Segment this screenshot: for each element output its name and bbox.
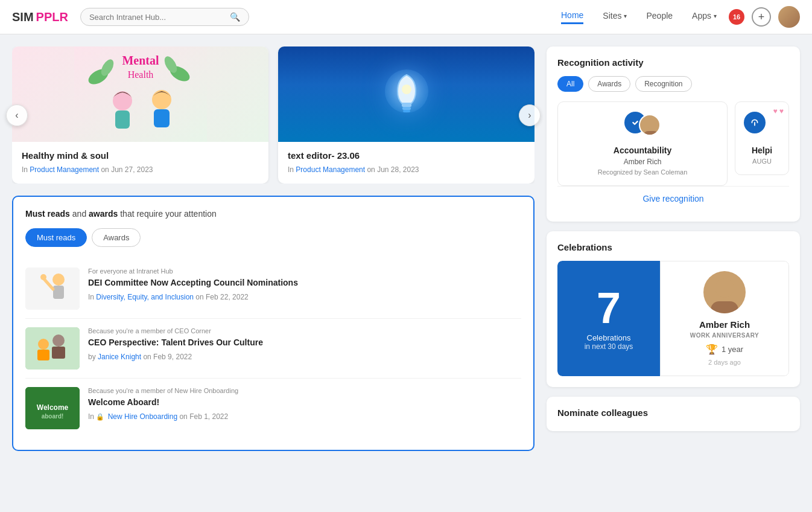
carousel-card-1-category[interactable]: Product Management — [30, 165, 99, 174]
recog-person-name-1: Amber Rich — [624, 158, 662, 166]
recog-card-wrapper-1: Accountability Amber Rich Recognized by … — [557, 101, 728, 186]
search-icon: 🔍 — [230, 12, 240, 22]
recognition-filters: All Awards Recognition — [557, 76, 789, 92]
nav-link-people[interactable]: People — [646, 11, 673, 23]
dei-thumbnail — [25, 267, 80, 310]
carousel-image-2 — [278, 46, 534, 142]
svg-rect-34 — [711, 301, 738, 313]
svg-rect-12 — [402, 103, 411, 107]
must-read-context-2: Because you're a member of CEO Corner — [88, 327, 521, 334]
recog-award-name-1: Accountability — [614, 146, 671, 155]
search-bar: 🔍 — [80, 8, 249, 26]
must-read-context-link-2[interactable]: CEO Corner — [174, 327, 211, 334]
must-read-context-link-3[interactable]: New Hire Onboarding — [174, 387, 238, 394]
recognition-title: Recognition activity — [557, 57, 789, 68]
carousel-prev-button[interactable]: ‹ — [6, 104, 28, 126]
welcome-thumbnail: Welcome aboard! — [25, 387, 80, 429]
celebration-avatar — [703, 271, 746, 313]
recog-filter-all[interactable]: All — [557, 76, 583, 92]
svg-point-30 — [646, 119, 656, 129]
celebration-name: Amber Rich — [699, 319, 750, 330]
recog-filter-recognition[interactable]: Recognition — [635, 76, 691, 92]
svg-text:Mental: Mental — [122, 54, 159, 67]
svg-point-20 — [40, 274, 46, 280]
svg-text:Health: Health — [127, 69, 153, 80]
search-input[interactable] — [89, 13, 225, 22]
must-reads-card: Must reads and awards that require your … — [12, 196, 534, 451]
recognition-panel: Recognition activity All Awards Recognit… — [547, 46, 800, 222]
carousel-card-2-body: text editor- 23.06 In Product Management… — [278, 142, 534, 184]
recog-avatars-1 — [624, 112, 661, 139]
celebration-years: 🏆 1 year — [706, 344, 743, 355]
celebration-person-card: Amber Rich Work Anniversary 🏆 1 year 2 d… — [660, 261, 789, 376]
carousel-card-2: text editor- 23.06 In Product Management… — [278, 46, 534, 184]
celebrations-sub: in next 30 days — [585, 342, 633, 351]
celebrations-label: Celebrations — [587, 333, 631, 342]
svg-point-22 — [52, 334, 65, 347]
svg-rect-31 — [644, 131, 658, 136]
give-recognition-link[interactable]: Give recognition — [557, 186, 789, 211]
celebrations-number: 7 — [597, 286, 621, 330]
logo-pplr: PPLR — [36, 10, 68, 24]
svg-text:Welcome: Welcome — [37, 403, 69, 412]
must-read-content-2: Because you're a member of CEO Corner CE… — [88, 327, 521, 370]
nominate-panel: Nominate colleagues — [547, 397, 800, 431]
must-read-title-3[interactable]: Welcome Aboard! — [88, 397, 521, 409]
notification-badge[interactable]: 16 — [729, 9, 744, 25]
tabs-row: Must reads Awards — [25, 228, 521, 247]
svg-rect-8 — [115, 110, 130, 129]
must-read-item-1: For everyone at Intranet Hub DEI Committ… — [25, 259, 521, 319]
must-read-title-1[interactable]: DEI Committee Now Accepting Council Nomi… — [88, 277, 521, 289]
chevron-down-icon: ▾ — [624, 13, 627, 19]
add-button[interactable]: + — [752, 7, 771, 27]
carousel-card-1-meta: In Product Management on Jun 27, 2023 — [22, 165, 259, 174]
ceo-thumbnail — [25, 327, 80, 370]
recog-card-wrapper-2: ♥ ♥ Helpi AUGU — [735, 101, 789, 186]
nav-link-sites[interactable]: Sites ▾ — [603, 11, 627, 23]
carousel: ‹ — [12, 46, 534, 184]
right-column: Recognition activity All Awards Recognit… — [547, 46, 800, 451]
user-avatar[interactable] — [778, 6, 800, 28]
chevron-down-icon: ▾ — [714, 13, 717, 19]
celebrations-row: 7 Celebrations in next 30 days Amber Ric… — [557, 261, 789, 376]
celebrations-count-card: 7 Celebrations in next 30 days — [557, 261, 660, 376]
carousel-card-1-body: Healthy mind & soul In Product Managemen… — [12, 142, 268, 184]
must-read-item-2: Because you're a member of CEO Corner CE… — [25, 319, 521, 379]
must-read-meta-1: In Diversity, Equity, and Inclusion on F… — [88, 293, 521, 301]
trophy-icon: 🏆 — [706, 344, 718, 355]
navbar: SIMPPLR 🔍 Home Sites ▾ People Apps ▾ 16 … — [0, 0, 812, 34]
must-read-title-2[interactable]: CEO Perspective: Talent Drives Our Cultu… — [88, 337, 521, 349]
svg-text:aboard!: aboard! — [42, 413, 64, 420]
nav-link-home[interactable]: Home — [561, 10, 583, 24]
svg-rect-10 — [154, 109, 170, 127]
lightbulb-illustration — [382, 58, 431, 130]
carousel-card-2-category[interactable]: Product Management — [296, 165, 365, 174]
must-read-category-3[interactable]: New Hire Onboarding — [108, 412, 177, 421]
recog-filter-awards[interactable]: Awards — [588, 76, 630, 92]
must-read-thumb-1 — [25, 267, 80, 310]
carousel-card-2-meta: In Product Management on Jun 28, 2023 — [288, 165, 525, 174]
recog-avatar-amber — [639, 114, 661, 136]
must-read-author-2[interactable]: Janice Knight — [98, 353, 141, 361]
must-read-category-1[interactable]: Diversity, Equity, and Inclusion — [96, 293, 194, 301]
svg-rect-14 — [403, 110, 410, 112]
recognition-cards-row: Accountability Amber Rich Recognized by … — [557, 101, 789, 186]
logo-sim: SIM — [12, 10, 34, 24]
carousel-next-button[interactable]: › — [519, 104, 541, 126]
tab-awards[interactable]: Awards — [92, 228, 141, 247]
carousel-card-1-title: Healthy mind & soul — [22, 150, 259, 161]
nav-actions: 16 + — [729, 6, 800, 28]
left-column: ‹ — [12, 46, 534, 451]
must-read-item-3: Welcome aboard! Because you're a member … — [25, 379, 521, 438]
recog-card-1: Accountability Amber Rich Recognized by … — [557, 101, 728, 186]
nav-link-apps[interactable]: Apps ▾ — [692, 11, 717, 23]
nav-links: Home Sites ▾ People Apps ▾ — [561, 10, 717, 24]
celebration-ago: 2 days ago — [708, 359, 741, 366]
svg-point-17 — [52, 274, 65, 286]
svg-rect-23 — [52, 347, 65, 359]
helping-icon — [744, 112, 766, 133]
svg-point-24 — [38, 339, 49, 350]
logo[interactable]: SIMPPLR — [12, 10, 68, 24]
main-content: ‹ — [0, 34, 812, 463]
tab-must-reads[interactable]: Must reads — [25, 228, 87, 247]
